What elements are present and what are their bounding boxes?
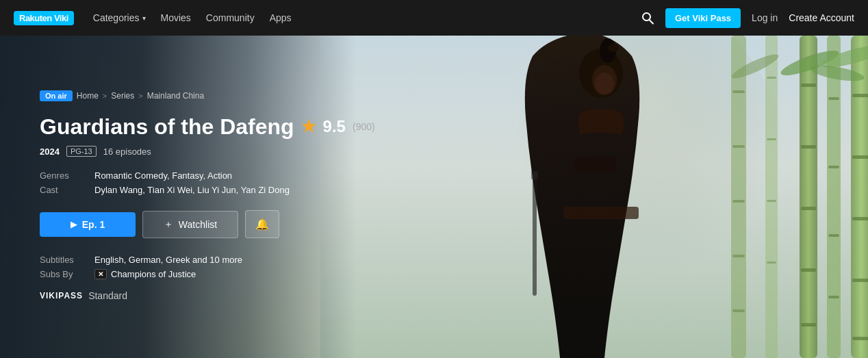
breadcrumb: On air Home > Series > Mainland China <box>40 90 375 101</box>
meta-row: 2024 PG-13 16 episodes <box>40 146 375 157</box>
chevron-down-icon: ▾ <box>142 14 146 22</box>
breadcrumb-region[interactable]: Mainland China <box>147 91 204 101</box>
nav-categories[interactable]: Categories ▾ <box>93 12 146 23</box>
svg-point-40 <box>595 73 614 94</box>
subs-by-value: ✕ Champions of Justice <box>94 269 375 279</box>
logo[interactable]: Rakuten Viki <box>14 11 74 25</box>
nav-community[interactable]: Community <box>206 12 255 23</box>
nav-movies[interactable]: Movies <box>161 12 191 23</box>
logo-text: Rakuten Viki <box>14 11 74 25</box>
play-icon: ▶ <box>71 220 77 229</box>
svg-rect-25 <box>828 296 839 298</box>
button-row: ▶ Ep. 1 ＋ Watchlist 🔔 <box>40 210 375 238</box>
svg-rect-7 <box>732 200 745 203</box>
hero-content: On air Home > Series > Mainland China Gu… <box>40 90 375 301</box>
viki-pass-button[interactable]: Get Viki Pass <box>665 8 741 28</box>
play-button[interactable]: ▶ Ep. 1 <box>40 212 136 237</box>
cast-label: Cast <box>40 185 88 195</box>
info-grid: Genres Romantic Comedy, Fantasy, Action … <box>40 170 375 195</box>
cast-value: Dylan Wang, Tian Xi Wei, Liu Yi Jun, Yan… <box>94 185 375 195</box>
watchlist-label: Watchlist <box>179 219 217 230</box>
svg-rect-8 <box>732 255 745 257</box>
play-label: Ep. 1 <box>82 219 105 230</box>
subtitles-value: English, German, Greek and 10 more <box>94 255 375 265</box>
navbar: Rakuten Viki Categories ▾ Movies Communi… <box>0 0 868 36</box>
svg-point-38 <box>608 44 619 52</box>
genres-label: Genres <box>40 170 88 181</box>
svg-rect-27 <box>852 94 868 97</box>
genres-value: Romantic Comedy, Fantasy, Action <box>94 170 375 181</box>
svg-rect-22 <box>828 97 839 100</box>
breadcrumb-series[interactable]: Series <box>111 91 134 101</box>
svg-rect-41 <box>563 207 639 219</box>
watchlist-button[interactable]: ＋ Watchlist <box>142 211 238 238</box>
plus-icon: ＋ <box>164 218 173 231</box>
episode-count: 16 episodes <box>103 146 151 157</box>
svg-rect-12 <box>767 138 776 140</box>
svg-rect-31 <box>852 337 868 340</box>
breadcrumb-sep-2: > <box>138 92 142 100</box>
svg-rect-42 <box>533 172 537 296</box>
svg-rect-28 <box>852 155 868 159</box>
rating-count: (900) <box>353 122 375 132</box>
show-title-text: Guardians of the Dafeng <box>40 115 294 139</box>
subs-by-team: Champions of Justice <box>111 269 196 279</box>
search-icon <box>641 11 654 25</box>
create-account-link[interactable]: Create Account <box>789 12 854 23</box>
svg-rect-13 <box>767 200 776 202</box>
nav-links: Categories ▾ Movies Community Apps <box>93 12 622 23</box>
svg-rect-24 <box>828 234 839 237</box>
svg-rect-30 <box>852 279 868 282</box>
breadcrumb-sep-1: > <box>103 92 107 100</box>
subtitles-label: Subtitles <box>40 255 88 265</box>
hero: On air Home > Series > Mainland China Gu… <box>0 36 868 358</box>
show-title-row: Guardians of the Dafeng ★ 9.5 (900) <box>40 115 375 139</box>
svg-rect-14 <box>767 261 776 264</box>
svg-rect-9 <box>732 309 745 312</box>
svg-rect-23 <box>828 166 839 168</box>
svg-rect-5 <box>732 90 745 93</box>
nav-right: Get Viki Pass Log in Create Account <box>641 8 854 28</box>
svg-rect-10 <box>765 36 778 358</box>
bell-icon: 🔔 <box>255 218 269 231</box>
nav-apps[interactable]: Apps <box>270 12 292 23</box>
svg-rect-26 <box>851 36 868 358</box>
star-icon: ★ <box>301 118 316 136</box>
on-air-badge: On air <box>40 90 73 101</box>
search-button[interactable] <box>641 11 654 25</box>
svg-rect-20 <box>801 323 816 327</box>
vikipass-row: VIKIPASS Standard <box>40 290 375 301</box>
vikipass-tier: Standard <box>88 290 127 301</box>
svg-rect-11 <box>767 77 776 79</box>
subs-grid: Subtitles English, German, Greek and 10 … <box>40 255 375 279</box>
svg-rect-17 <box>801 145 816 149</box>
breadcrumb-home[interactable]: Home <box>77 91 99 101</box>
bamboo-background-svg <box>320 36 868 358</box>
svg-rect-29 <box>852 217 868 220</box>
rating-number: 9.5 <box>323 118 346 136</box>
x-logo-icon: ✕ <box>94 269 107 279</box>
svg-rect-43 <box>531 171 538 179</box>
svg-rect-16 <box>801 84 816 87</box>
svg-rect-21 <box>827 36 841 358</box>
svg-rect-19 <box>801 268 816 272</box>
vikipass-logo: VIKIPASS <box>40 291 83 301</box>
svg-rect-6 <box>732 145 745 148</box>
bell-button[interactable]: 🔔 <box>245 210 279 238</box>
log-in-link[interactable]: Log in <box>752 12 778 23</box>
pg-badge: PG-13 <box>66 146 97 157</box>
subs-by-label: Subs By <box>40 269 88 279</box>
svg-line-1 <box>649 20 653 24</box>
show-year: 2024 <box>40 146 60 157</box>
svg-rect-18 <box>801 207 816 210</box>
